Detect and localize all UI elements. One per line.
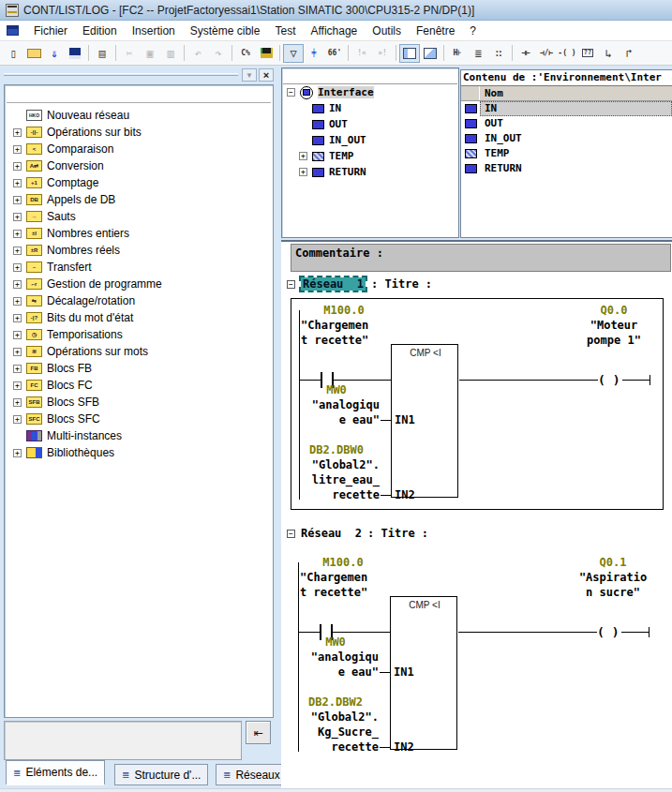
menu-item[interactable]: Test <box>267 22 303 40</box>
blocks-chart-button[interactable] <box>256 44 276 63</box>
sidebar-tree-item[interactable]: + → Sauts <box>5 208 273 225</box>
open-branch-button[interactable]: ↳ <box>598 44 619 63</box>
tab-reseaux[interactable]: ≣ Réseaux <box>216 764 288 785</box>
interface-item[interactable]: + IN <box>282 100 458 116</box>
coil-address[interactable]: Q0.1 <box>570 556 656 569</box>
menu-item[interactable]: Fichier <box>26 22 75 40</box>
overview-pane-button[interactable] <box>399 44 420 63</box>
collapse-icon[interactable]: − <box>287 280 295 289</box>
expand-icon[interactable]: + <box>13 145 22 154</box>
filter-button[interactable]: ▽ <box>283 44 304 63</box>
sidebar-tree-item[interactable]: + ±R Nombres réels <box>5 242 273 259</box>
contact-address[interactable]: M100.0 <box>299 304 389 317</box>
coil-icon[interactable]: ( ) <box>597 625 619 639</box>
sidebar-tree-item[interactable]: + ⌐r Gestion de programme <box>5 276 273 292</box>
sidebar-tree-item[interactable]: + ◷ Temporisations <box>5 326 273 343</box>
in1-address[interactable]: MW0 <box>292 635 379 649</box>
expand-icon[interactable]: + <box>13 263 22 272</box>
table-row[interactable]: IN_OUT <box>461 131 672 146</box>
in1-address[interactable]: MW0 <box>293 383 380 396</box>
menu-item[interactable]: ? <box>462 22 484 40</box>
child-window-icon[interactable] <box>7 25 19 36</box>
expand-icon[interactable]: + <box>13 314 22 322</box>
contact-address[interactable]: M100.0 <box>298 556 388 569</box>
table-row[interactable]: OUT <box>461 116 672 131</box>
panel-grip-handle[interactable] <box>4 73 238 76</box>
expand-icon[interactable]: + <box>13 415 22 424</box>
coil-button[interactable]: -( ) <box>557 44 577 63</box>
interface-root-row[interactable]: − Interface <box>282 84 458 100</box>
expand-icon[interactable]: + <box>299 152 307 160</box>
tab-elements[interactable]: ≣ Eléments de... <box>6 760 105 785</box>
interface-item[interactable]: + IN_OUT <box>282 132 458 148</box>
expand-icon[interactable]: + <box>13 128 22 137</box>
paste-button[interactable]: ▥ <box>160 44 181 63</box>
sidebar-tree-item[interactable]: + ~ Transfert <box>5 259 273 276</box>
plc-connection-button[interactable]: ╪ <box>304 44 324 63</box>
sidebar-tree-item[interactable]: + SFB Blocs SFB <box>5 394 273 411</box>
expand-icon[interactable]: + <box>13 247 22 255</box>
menu-item[interactable]: Outils <box>365 22 409 40</box>
menu-item[interactable]: Fenêtre <box>409 22 462 40</box>
in2-address[interactable]: DB2.DBW0 <box>293 443 380 456</box>
expand-icon[interactable]: + <box>13 280 22 289</box>
network-title-selected[interactable]: Réseau 1 <box>301 277 366 291</box>
save-button[interactable] <box>65 44 85 63</box>
expand-icon[interactable]: + <box>13 162 22 171</box>
ladder-network-2[interactable]: M100.0 "Chargemen t recette" CMP <I MW0 … <box>292 553 660 757</box>
sidebar-tree-item[interactable]: + ≋ Opérations sur mots <box>5 343 273 360</box>
table-row[interactable]: IN <box>461 101 672 116</box>
download-button[interactable]: ⇓ <box>44 44 65 63</box>
network-title[interactable]: Réseau 2 <box>301 527 362 540</box>
expand-icon[interactable]: + <box>299 168 307 176</box>
next-error-button[interactable]: »! <box>372 44 393 63</box>
sidebar-tree-item[interactable]: + SFC Blocs SFC <box>5 411 273 427</box>
expand-icon[interactable]: + <box>13 449 22 457</box>
prev-error-button[interactable]: !« <box>351 44 372 63</box>
menu-item[interactable]: Edition <box>75 22 125 40</box>
new-network-button[interactable]: H⊦ <box>447 44 468 63</box>
expand-icon[interactable]: + <box>13 365 22 373</box>
sidebar-tree-item[interactable]: + -|? Bits du mot d'état <box>5 309 273 326</box>
menu-item[interactable]: Insertion <box>125 22 183 40</box>
sidebar-tree-item[interactable]: + < Comparaison <box>5 141 273 157</box>
contact-nc-button[interactable]: ⊣/⊢ <box>536 44 557 63</box>
empty-box-button[interactable]: ?? <box>577 44 598 63</box>
sidebar-tree-item[interactable]: + HKO Nouveau réseau <box>5 107 273 124</box>
sidebar-tree-item[interactable]: + +1 Comptage <box>5 174 273 191</box>
expand-icon[interactable]: + <box>13 297 22 306</box>
expand-icon[interactable]: + <box>13 213 22 221</box>
interface-item[interactable]: + OUT <box>282 116 458 132</box>
undo-button[interactable]: ↶ <box>187 44 208 63</box>
cut-button[interactable]: ✂ <box>119 44 140 63</box>
sidebar-tree-item[interactable]: + Multi-instances <box>5 427 273 444</box>
monitor-glasses-button[interactable]: 66' <box>324 44 345 63</box>
contact-no-button[interactable]: ⊣⊢ <box>515 44 536 63</box>
comment-bar[interactable]: Commentaire : <box>291 244 671 272</box>
ladder-network-1[interactable]: M100.0 "Chargemen t recette" CMP <I MW0 … <box>293 301 661 505</box>
interface-item[interactable]: + TEMP <box>282 148 458 164</box>
name-column-header[interactable]: Nom <box>480 86 672 100</box>
network-title-suffix[interactable]: : Titre : <box>371 277 432 291</box>
expand-icon[interactable]: + <box>13 381 22 390</box>
close-branch-button[interactable]: ↱ <box>619 44 639 63</box>
menu-item[interactable]: Affichage <box>303 22 365 40</box>
panel-close-button[interactable]: × <box>259 68 274 82</box>
coil-icon[interactable]: ( ) <box>598 373 620 387</box>
collapse-icon[interactable]: − <box>287 530 295 538</box>
print-button[interactable]: ▤ <box>92 44 112 63</box>
copy-button[interactable]: ▣ <box>140 44 160 63</box>
ladder-editor[interactable]: Commentaire : − Réseau 1 : Titre : M100.… <box>281 240 672 788</box>
expand-icon[interactable]: + <box>13 398 22 407</box>
expand-icon[interactable]: + <box>13 331 22 339</box>
detail-view-button[interactable] <box>420 44 441 63</box>
open-button[interactable] <box>23 44 44 63</box>
expand-icon[interactable]: + <box>13 348 22 356</box>
sidebar-tree-item[interactable]: + FB Blocs FB <box>5 360 273 377</box>
sidebar-tree-item[interactable]: + ⇋ Décalage/rotation <box>5 292 273 309</box>
table-row[interactable]: TEMP <box>461 146 672 161</box>
collapse-icon[interactable]: − <box>287 88 295 97</box>
expand-icon[interactable]: + <box>13 179 22 187</box>
menu-item[interactable]: Système cible <box>183 22 268 40</box>
expand-icon[interactable]: + <box>13 196 22 204</box>
